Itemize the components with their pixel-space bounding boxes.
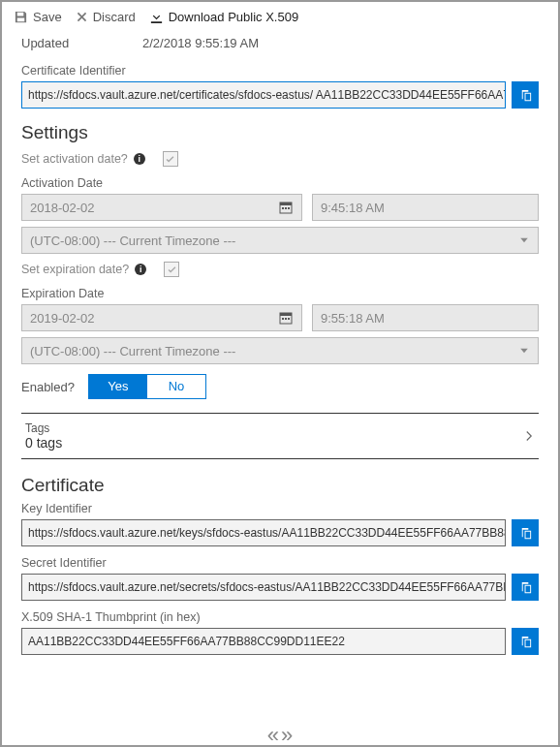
- expiration-time-input[interactable]: 9:55:18 AM: [312, 304, 539, 331]
- settings-heading: Settings: [21, 122, 539, 143]
- calendar-icon: [278, 200, 294, 215]
- svg-rect-2: [282, 207, 284, 209]
- key-id-label: Key Identifier: [21, 502, 539, 515]
- enabled-label: Enabled?: [21, 380, 75, 394]
- info-icon[interactable]: i: [135, 264, 146, 275]
- enabled-toggle[interactable]: Yes No: [88, 374, 206, 399]
- thumbprint-label: X.509 SHA-1 Thumbprint (in hex): [21, 610, 539, 624]
- secret-id-input[interactable]: https://sfdocs.vault.azure.net/secrets/s…: [21, 574, 506, 601]
- scroll-hint: « »: [267, 727, 294, 744]
- discard-label: Discard: [93, 10, 136, 24]
- thumbprint-input[interactable]: AA11BB22CC33DD44EE55FF66AA77BB88CC99DD11…: [21, 628, 506, 655]
- certificate-heading: Certificate: [21, 475, 539, 496]
- set-activation-checkbox[interactable]: [163, 151, 178, 167]
- svg-rect-7: [282, 318, 284, 320]
- secret-id-label: Secret Identifier: [21, 556, 539, 570]
- copy-icon: [518, 88, 533, 103]
- svg-rect-8: [285, 318, 287, 320]
- activation-timezone-select[interactable]: (UTC-08:00) --- Current Timezone ---: [21, 227, 539, 254]
- svg-rect-1: [280, 202, 292, 205]
- copy-secret-id-button[interactable]: [512, 574, 539, 601]
- expiration-timezone-select[interactable]: (UTC-08:00) --- Current Timezone ---: [21, 337, 539, 364]
- set-expiration-row: Set expiration date? i: [21, 262, 539, 277]
- expiration-date-label: Expiration Date: [21, 287, 539, 300]
- activation-time-input[interactable]: 9:45:18 AM: [312, 194, 539, 221]
- discard-button[interactable]: Discard: [76, 10, 136, 24]
- chevron-left-double-icon: «: [267, 727, 279, 744]
- activation-date-input[interactable]: 2018-02-02: [21, 194, 302, 221]
- content: Updated 2/2/2018 9:55:19 AM Certificate …: [2, 30, 558, 674]
- check-icon: [167, 265, 177, 275]
- set-expiration-label: Set expiration date?: [21, 263, 129, 276]
- download-icon: [149, 10, 164, 24]
- copy-icon: [518, 580, 533, 595]
- set-expiration-checkbox[interactable]: [164, 262, 179, 277]
- tags-row[interactable]: Tags 0 tags: [21, 413, 539, 459]
- save-icon: [14, 10, 28, 24]
- download-label: Download Public X.509: [169, 10, 298, 24]
- copy-thumbprint-button[interactable]: [512, 628, 539, 655]
- activation-date-value: 2018-02-02: [30, 201, 95, 215]
- calendar-icon: [278, 310, 294, 326]
- set-activation-row: Set activation date? i: [21, 151, 539, 167]
- enabled-yes[interactable]: Yes: [89, 375, 147, 398]
- download-button[interactable]: Download Public X.509: [149, 10, 298, 24]
- svg-rect-6: [280, 313, 292, 316]
- enabled-no[interactable]: No: [147, 375, 205, 398]
- updated-label: Updated: [21, 36, 142, 50]
- updated-value: 2/2/2018 9:55:19 AM: [142, 36, 259, 50]
- svg-rect-4: [288, 207, 290, 209]
- save-label: Save: [33, 10, 62, 24]
- chevron-down-icon: [518, 345, 530, 357]
- chevron-right-icon: [523, 429, 535, 443]
- svg-rect-3: [285, 207, 287, 209]
- key-id-input[interactable]: https://sfdocs.vault.azure.net/keys/sfdo…: [21, 519, 506, 546]
- expiration-date-value: 2019-02-02: [30, 311, 95, 326]
- activation-time-value: 9:45:18 AM: [321, 201, 385, 215]
- enabled-row: Enabled? Yes No: [21, 374, 539, 399]
- updated-row: Updated 2/2/2018 9:55:19 AM: [21, 36, 539, 50]
- expiration-tz-value: (UTC-08:00) --- Current Timezone ---: [30, 344, 235, 358]
- copy-icon: [518, 635, 533, 649]
- check-icon: [165, 154, 175, 165]
- save-button[interactable]: Save: [14, 10, 62, 24]
- cert-id-input[interactable]: https://sfdocs.vault.azure.net/certifica…: [21, 81, 506, 109]
- svg-rect-9: [288, 318, 290, 320]
- copy-cert-id-button[interactable]: [512, 81, 539, 109]
- close-icon: [76, 11, 88, 23]
- toolbar: Save Discard Download Public X.509: [2, 2, 558, 30]
- activation-tz-value: (UTC-08:00) --- Current Timezone ---: [30, 233, 235, 248]
- copy-key-id-button[interactable]: [512, 519, 539, 546]
- chevron-right-double-icon: »: [281, 727, 293, 744]
- expiration-time-value: 9:55:18 AM: [321, 311, 385, 326]
- chevron-down-icon: [518, 234, 530, 246]
- tags-label: Tags: [25, 421, 62, 435]
- copy-icon: [518, 526, 533, 541]
- activation-date-label: Activation Date: [21, 176, 539, 190]
- tags-count: 0 tags: [25, 435, 62, 451]
- info-icon[interactable]: i: [134, 153, 145, 165]
- set-activation-label: Set activation date?: [21, 152, 128, 166]
- expiration-date-input[interactable]: 2019-02-02: [21, 304, 302, 331]
- cert-id-label: Certificate Identifier: [21, 64, 539, 78]
